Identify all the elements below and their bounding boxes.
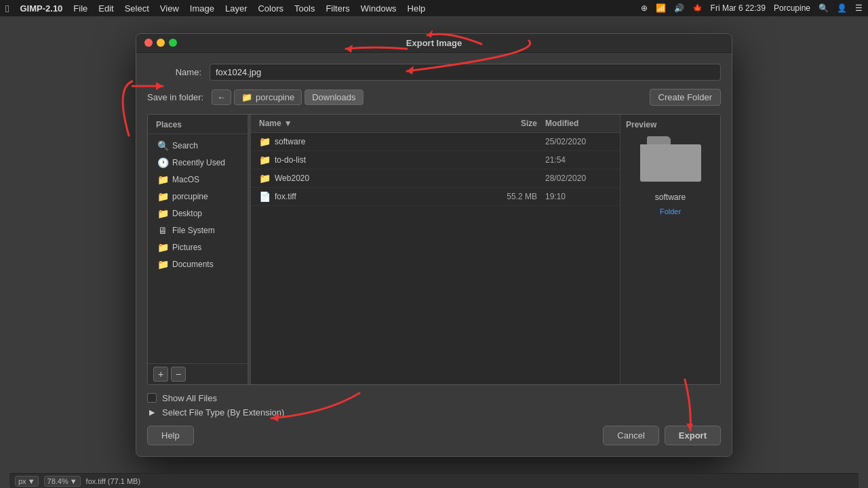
places-item-label: Recently Used xyxy=(172,158,225,167)
sidebar-item-recently-used[interactable]: 🕐 Recently Used xyxy=(151,155,245,171)
menubar-file[interactable]: File xyxy=(73,3,87,14)
preview-folder-graphic xyxy=(640,136,701,187)
column-name-label: Name xyxy=(259,119,281,128)
menubar-view[interactable]: View xyxy=(160,3,179,14)
sort-icon: ▼ xyxy=(284,119,292,128)
zoom-selector[interactable]: 78.4% ▼ xyxy=(44,476,81,487)
remove-bookmark-button[interactable]: − xyxy=(171,367,186,382)
sidebar-item-search[interactable]: 🔍 Search xyxy=(151,138,245,154)
cancel-button[interactable]: Cancel xyxy=(603,426,658,445)
sidebar-item-pictures[interactable]: 📁 Pictures xyxy=(151,239,245,256)
column-name[interactable]: Name ▼ xyxy=(259,119,483,128)
sidebar-item-documents[interactable]: 📁 Documents xyxy=(151,256,245,272)
avatar-icon[interactable]: 👤 xyxy=(837,3,847,13)
places-item-label: Search xyxy=(172,141,198,150)
dialog-buttons: Help Cancel Export xyxy=(147,426,721,445)
create-folder-button[interactable]: Create Folder xyxy=(650,89,721,106)
add-bookmark-button[interactable]: + xyxy=(153,367,168,382)
file-row-web2020[interactable]: 📁 Web2020 28/02/2020 xyxy=(251,169,620,188)
search-icon: 🔍 xyxy=(157,140,168,151)
file-icon: 📄 xyxy=(259,191,271,202)
folder-back-button[interactable]: ← xyxy=(212,89,231,105)
folder-icon: 📁 xyxy=(157,174,168,185)
apple-menu[interactable]:  xyxy=(5,3,9,14)
menubar-edit[interactable]: Edit xyxy=(98,3,113,14)
column-modified[interactable]: Modified xyxy=(537,119,612,128)
places-item-label: Documents xyxy=(172,260,214,269)
sidebar-item-filesystem[interactable]: 🖥 File System xyxy=(151,222,245,239)
file-row-todo[interactable]: 📁 to-do-list 21:54 xyxy=(251,151,620,169)
menubar-image[interactable]: Image xyxy=(190,3,214,14)
preview-title: Preview xyxy=(626,120,656,129)
sidebar-item-macos[interactable]: 📁 MacOS xyxy=(151,171,245,188)
close-button[interactable] xyxy=(144,39,153,47)
file-list-panel: Name ▼ Size Modified 📁 software xyxy=(251,115,620,384)
filesystem-icon: 🖥 xyxy=(157,225,168,236)
column-size[interactable]: Size xyxy=(483,119,537,128)
volume-icon: 🔊 xyxy=(674,3,684,13)
help-button[interactable]: Help xyxy=(147,426,194,445)
file-modified: 28/02/2020 xyxy=(537,174,612,183)
preview-panel: Preview software Folder xyxy=(620,115,720,384)
folder-icon: 📁 xyxy=(259,155,271,165)
file-name: Web2020 xyxy=(275,174,309,183)
select-file-type-expander[interactable]: ▶ xyxy=(147,407,157,417)
breadcrumb-downloads-label: Downloads xyxy=(312,92,355,102)
places-footer: + − xyxy=(148,363,248,384)
folder-row: Save in folder: ← 📁 porcupine Downloads … xyxy=(147,89,721,106)
file-name: to-do-list xyxy=(275,155,306,165)
menubar-gimp[interactable]: GIMP-2.10 xyxy=(20,3,62,14)
file-modified: 25/02/2020 xyxy=(537,137,612,146)
export-button[interactable]: Export xyxy=(665,426,721,445)
select-file-type-label: Select File Type (By Extension) xyxy=(162,407,284,418)
folder-icon: 📁 xyxy=(157,259,168,270)
folder-icon: 📁 xyxy=(241,92,252,102)
zoom-arrow: ▼ xyxy=(70,477,77,485)
breadcrumb-folder-icon[interactable]: 📁 porcupine xyxy=(234,89,302,105)
name-input[interactable] xyxy=(210,64,721,81)
dialog-title: Export Image xyxy=(136,38,732,48)
menubar-tools[interactable]: Tools xyxy=(294,3,315,14)
username: Porcupine xyxy=(774,3,810,13)
folder-icon: 📁 xyxy=(259,136,271,147)
places-item-label: Pictures xyxy=(172,243,201,252)
menubar-layer[interactable]: Layer xyxy=(225,3,248,14)
file-size: 55.2 MB xyxy=(483,192,537,201)
menubar-help[interactable]: Help xyxy=(408,3,426,14)
show-all-files-label: Show All Files xyxy=(162,393,217,403)
places-sidebar: Places 🔍 Search 🕐 Recently Used 📁 Mac xyxy=(148,115,248,384)
sidebar-item-porcupine[interactable]: 📁 porcupine xyxy=(151,188,245,205)
folder-icon: 📁 xyxy=(157,208,168,219)
breadcrumb-downloads[interactable]: Downloads xyxy=(304,89,363,105)
file-name: fox.tiff xyxy=(275,192,296,201)
unit-label: px xyxy=(18,477,26,485)
file-modified: 21:54 xyxy=(537,155,612,165)
unit-selector[interactable]: px ▼ xyxy=(15,476,39,487)
menubar-windows[interactable]: Windows xyxy=(361,3,397,14)
menubar-select[interactable]: Select xyxy=(125,3,149,14)
sidebar-item-desktop[interactable]: 📁 Desktop xyxy=(151,205,245,222)
minimize-button[interactable] xyxy=(157,39,165,47)
file-info: fox.tiff (77.1 MB) xyxy=(86,477,141,485)
main-panel: Places 🔍 Search 🕐 Recently Used 📁 Mac xyxy=(147,114,721,385)
file-row-software[interactable]: 📁 software 25/02/2020 xyxy=(251,133,620,151)
status-bar: px ▼ 78.4% ▼ fox.tiff (77.1 MB) xyxy=(9,473,859,488)
show-all-files-row: Show All Files xyxy=(147,393,721,403)
search-icon[interactable]: 🔍 xyxy=(818,3,829,13)
maximize-button[interactable] xyxy=(169,39,177,47)
wifi-icon: 📶 xyxy=(656,3,666,13)
file-row-foxtiff[interactable]: 📄 fox.tiff 55.2 MB 19:10 xyxy=(251,188,620,206)
menubar:  GIMP-2.10 File Edit Select View Image … xyxy=(0,0,868,16)
menubar-filters[interactable]: Filters xyxy=(326,3,349,14)
dialog-titlebar: Export Image xyxy=(136,34,732,53)
name-label: Name: xyxy=(147,67,201,77)
show-all-files-checkbox[interactable] xyxy=(147,393,157,403)
traffic-lights xyxy=(144,39,177,47)
menu-icon[interactable]: ☰ xyxy=(855,3,863,13)
file-name: software xyxy=(275,137,305,146)
places-title: Places xyxy=(148,115,248,134)
breadcrumb-porcupine: porcupine xyxy=(256,92,294,102)
file-list: 📁 software 25/02/2020 📁 to-do-list xyxy=(251,133,620,384)
places-item-label: porcupine xyxy=(172,192,208,201)
menubar-colors[interactable]: Colors xyxy=(258,3,283,14)
